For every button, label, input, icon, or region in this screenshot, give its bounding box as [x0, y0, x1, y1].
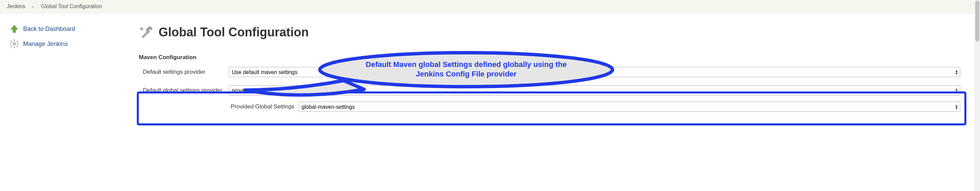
scrollbar-track[interactable] — [975, 0, 980, 191]
breadcrumb-separator-icon: ▸ — [32, 4, 34, 9]
sidebar: Back to Dashboard Manage Jenkins — [0, 20, 133, 120]
breadcrumb-root-link[interactable]: Jenkins — [7, 3, 25, 9]
select-default-settings-provider[interactable]: Use default maven settings — [229, 67, 960, 77]
label-default-settings-provider: Default settings provider — [143, 69, 229, 76]
select-provided-global-settings[interactable]: global-maven-settings — [298, 102, 960, 112]
select-default-global-settings-provider[interactable]: provided global settings.xml — [229, 85, 960, 96]
scrollbar-thumb[interactable] — [975, 1, 979, 41]
gear-icon — [10, 39, 19, 49]
svg-rect-2 — [14, 47, 14, 48]
sidebar-item-label: Back to Dashboard — [23, 25, 75, 33]
svg-rect-4 — [17, 44, 19, 44]
svg-point-9 — [14, 43, 15, 45]
sidebar-back-to-dashboard[interactable]: Back to Dashboard — [10, 21, 133, 36]
main-content: Global Tool Configuration Maven Configur… — [133, 20, 980, 120]
breadcrumb: Jenkins ▸ Global Tool Configuration — [0, 0, 980, 13]
form-row-global-settings: Default global settings provider provide… — [133, 85, 966, 96]
svg-rect-1 — [14, 39, 14, 41]
section-maven-configuration: Maven Configuration — [139, 54, 966, 61]
form-row-default-settings: Default settings provider Use default ma… — [133, 67, 966, 77]
sidebar-manage-jenkins[interactable]: Manage Jenkins — [10, 36, 133, 51]
tools-icon — [139, 25, 154, 40]
form-row-provided-global-settings: Provided Global Settings global-maven-se… — [133, 102, 966, 112]
breadcrumb-current: Global Tool Configuration — [41, 3, 102, 9]
up-arrow-icon — [10, 24, 19, 34]
svg-rect-6 — [16, 46, 18, 47]
svg-rect-7 — [11, 46, 12, 47]
svg-rect-5 — [11, 41, 12, 42]
page-title: Global Tool Configuration — [159, 25, 309, 39]
label-provided-global-settings: Provided Global Settings — [231, 103, 294, 110]
svg-rect-3 — [10, 44, 11, 44]
label-default-global-settings-provider: Default global settings provider — [143, 87, 229, 94]
sidebar-item-label: Manage Jenkins — [23, 41, 68, 47]
svg-rect-8 — [16, 41, 18, 42]
